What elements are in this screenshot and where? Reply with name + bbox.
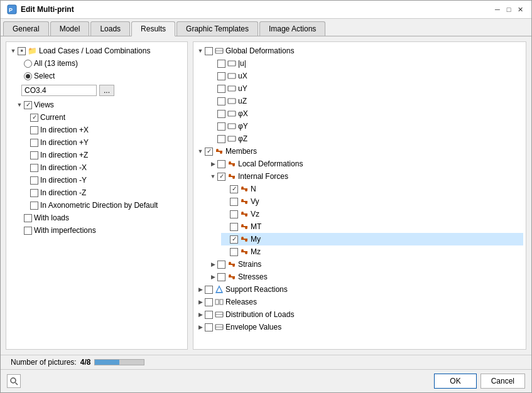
releases-node[interactable]: ▶ Releases	[196, 296, 523, 308]
views-node[interactable]: ▼ Views	[15, 99, 185, 111]
stresses-checkbox[interactable]	[217, 273, 225, 281]
envelope-values-node[interactable]: ▶ Envelope Values	[196, 321, 523, 333]
select-dots-button[interactable]: ...	[99, 85, 114, 96]
global-def-expand[interactable]: ▼	[196, 46, 205, 55]
view-dir-nz[interactable]: In direction -Z	[21, 186, 185, 199]
def-u-checkbox[interactable]	[217, 60, 225, 68]
search-button[interactable]	[7, 374, 21, 388]
force-mz[interactable]: Mz	[221, 245, 523, 258]
internal-forces-checkbox[interactable]	[217, 173, 225, 181]
view-dir-nx-checkbox[interactable]	[30, 164, 38, 172]
global-def-phiz[interactable]: φZ	[209, 132, 523, 145]
def-uy-checkbox[interactable]	[217, 85, 225, 93]
with-loads-node[interactable]: With loads	[15, 212, 185, 224]
releases-expand[interactable]: ▶	[196, 298, 205, 306]
local-deformations-node[interactable]: ▶ Local Deformations	[209, 158, 523, 170]
view-axonometric[interactable]: In Axonometric Direction by Default	[21, 199, 185, 212]
force-my[interactable]: My	[221, 233, 523, 245]
internal-forces-expand[interactable]: ▼	[209, 172, 217, 181]
stresses-expand[interactable]: ▶	[209, 272, 217, 281]
ok-button[interactable]: OK	[434, 374, 476, 389]
minimize-button[interactable]: ─	[492, 4, 502, 14]
view-dir-py-checkbox[interactable]	[30, 139, 38, 147]
strains-checkbox[interactable]	[217, 261, 225, 269]
def-uz-checkbox[interactable]	[217, 97, 225, 105]
members-checkbox[interactable]	[205, 148, 213, 156]
with-loads-checkbox[interactable]	[24, 214, 32, 222]
force-vy[interactable]: Vy	[221, 195, 523, 208]
view-dir-px[interactable]: In direction +X	[21, 124, 185, 136]
view-axonometric-checkbox[interactable]	[30, 202, 38, 210]
view-dir-py[interactable]: In direction +Y	[21, 136, 185, 149]
tab-graphic-templates[interactable]: Graphic Templates	[176, 21, 258, 36]
cancel-button[interactable]: Cancel	[480, 374, 525, 389]
view-dir-px-checkbox[interactable]	[30, 126, 38, 134]
support-reactions-node[interactable]: ▶ Support Reactions	[196, 283, 523, 296]
view-dir-nx[interactable]: In direction -X	[21, 161, 185, 174]
members-expand[interactable]: ▼	[196, 147, 205, 156]
maximize-button[interactable]: □	[504, 4, 514, 14]
support-reactions-expand[interactable]: ▶	[196, 285, 205, 294]
def-phiy-checkbox[interactable]	[217, 122, 225, 131]
releases-checkbox[interactable]	[205, 298, 213, 306]
view-dir-pz[interactable]: In direction +Z	[21, 149, 185, 161]
distribution-loads-node[interactable]: ▶ Distribution of Loads	[196, 308, 523, 321]
root-checkbox[interactable]	[18, 47, 26, 55]
root-node[interactable]: ▼ 📁 Load Cases / Load Combinations	[9, 45, 185, 57]
force-mt-checkbox[interactable]	[230, 223, 238, 231]
with-imperfections-checkbox[interactable]	[24, 227, 32, 235]
internal-forces-node[interactable]: ▼ Internal Forces	[209, 170, 523, 183]
tab-image-actions[interactable]: Image Actions	[259, 21, 325, 36]
select-input[interactable]	[21, 85, 97, 96]
force-n[interactable]: N	[221, 183, 523, 195]
select-radio[interactable]	[24, 72, 32, 80]
tab-results[interactable]: Results	[131, 21, 175, 36]
def-ux-checkbox[interactable]	[217, 72, 225, 80]
force-vz-checkbox[interactable]	[230, 210, 238, 218]
strains-node[interactable]: ▶ Strains	[209, 258, 523, 271]
stresses-node[interactable]: ▶ Stresses	[209, 271, 523, 283]
local-def-checkbox[interactable]	[217, 160, 225, 168]
view-current-checkbox[interactable]	[30, 114, 38, 122]
root-expand[interactable]: ▼	[9, 46, 18, 55]
force-mz-checkbox[interactable]	[230, 248, 238, 256]
def-phiz-checkbox[interactable]	[217, 135, 225, 143]
view-dir-ny[interactable]: In direction -Y	[21, 174, 185, 186]
global-def-phiy[interactable]: φY	[209, 120, 523, 132]
all-items-node[interactable]: All (13 items)	[15, 57, 185, 70]
close-button[interactable]: ✕	[515, 4, 525, 14]
with-imperfections-node[interactable]: With imperfections	[15, 224, 185, 237]
local-def-expand[interactable]: ▶	[209, 159, 217, 168]
global-def-u[interactable]: |u|	[209, 57, 523, 70]
view-current[interactable]: Current	[21, 111, 185, 124]
dist-loads-checkbox[interactable]	[205, 311, 213, 319]
global-deformations-node[interactable]: ▼ Global Deformations	[196, 45, 523, 57]
force-vz[interactable]: Vz	[221, 208, 523, 220]
global-def-uz[interactable]: uZ	[209, 95, 523, 107]
strains-expand[interactable]: ▶	[209, 260, 217, 269]
tab-model[interactable]: Model	[50, 21, 90, 36]
force-mt[interactable]: MT	[221, 220, 523, 233]
all-radio[interactable]	[24, 60, 32, 68]
force-vy-checkbox[interactable]	[230, 198, 238, 206]
envelope-expand[interactable]: ▶	[196, 323, 205, 331]
global-def-uy[interactable]: uY	[209, 82, 523, 95]
views-checkbox[interactable]	[24, 101, 32, 109]
view-dir-pz-checkbox[interactable]	[30, 151, 38, 159]
dist-loads-expand[interactable]: ▶	[196, 310, 205, 319]
tab-loads[interactable]: Loads	[90, 21, 130, 36]
def-phix-checkbox[interactable]	[217, 110, 225, 118]
global-def-phix[interactable]: φX	[209, 107, 523, 120]
force-my-checkbox[interactable]	[230, 235, 238, 244]
envelope-checkbox[interactable]	[205, 323, 213, 331]
tab-general[interactable]: General	[3, 21, 49, 36]
views-expand[interactable]: ▼	[15, 100, 24, 109]
global-def-checkbox[interactable]	[205, 47, 213, 55]
support-reactions-checkbox[interactable]	[205, 286, 213, 294]
members-node[interactable]: ▼ Members	[196, 145, 523, 158]
view-dir-ny-checkbox[interactable]	[30, 176, 38, 185]
force-n-checkbox[interactable]	[230, 185, 238, 193]
select-node[interactable]: Select	[15, 70, 185, 82]
view-dir-nz-checkbox[interactable]	[30, 189, 38, 197]
global-def-ux[interactable]: uX	[209, 70, 523, 82]
